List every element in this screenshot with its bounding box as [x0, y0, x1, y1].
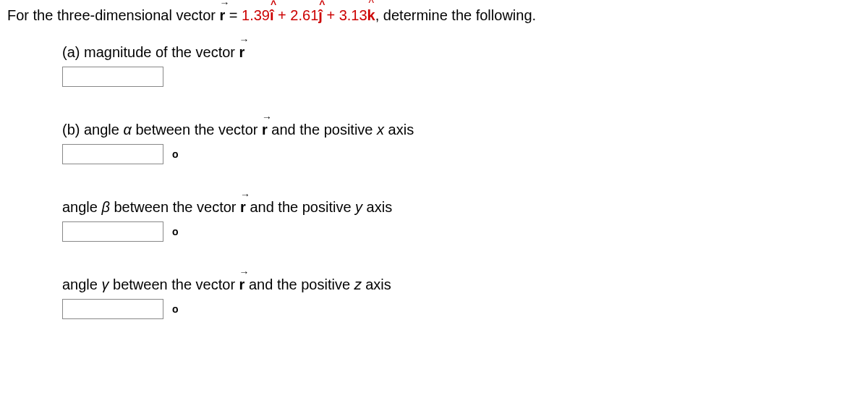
vector-r-symbol: r	[239, 276, 245, 293]
part-gamma-input[interactable]	[62, 299, 163, 319]
intro-suffix: determine the following.	[379, 7, 536, 23]
part-beta-label: angle β between the vector r and the pos…	[62, 199, 861, 216]
axis-z: z	[354, 276, 362, 292]
beta-symbol: β	[102, 199, 110, 215]
part-b-alpha-input[interactable]	[62, 144, 163, 164]
gamma-symbol: γ	[102, 276, 109, 292]
part-gamma-prefix: angle	[62, 276, 102, 292]
part-gamma-end: axis	[362, 276, 391, 292]
degree-unit: o	[172, 303, 179, 315]
part-a-input-row	[62, 67, 861, 87]
part-gamma-label: angle γ between the vector r and the pos…	[62, 276, 861, 293]
part-a-input[interactable]	[62, 67, 163, 87]
part-beta-input-row: o	[62, 221, 861, 242]
part-beta-input[interactable]	[62, 221, 163, 242]
vector-r-symbol: r	[262, 122, 268, 138]
part-beta: angle β between the vector r and the pos…	[62, 199, 861, 242]
part-b-alpha: (b) angle α between the vector r and the…	[62, 122, 861, 164]
part-gamma-mid: between the vector	[109, 276, 239, 292]
part-gamma-input-row: o	[62, 299, 861, 319]
part-a-prefix: (a) magnitude of the vector	[62, 44, 239, 60]
part-beta-prefix: angle	[62, 199, 102, 215]
part-beta-suffix: and the positive	[246, 199, 355, 215]
k-hat-symbol: k	[367, 7, 375, 24]
coefficient-j: 2.61	[290, 7, 318, 23]
part-b-input-row: o	[62, 144, 861, 164]
alpha-symbol: α	[124, 122, 132, 138]
part-gamma: angle γ between the vector r and the pos…	[62, 276, 861, 319]
equals: =	[225, 7, 242, 23]
vector-r-symbol: r	[239, 44, 245, 61]
part-b-suffix: and the positive	[268, 122, 377, 138]
question-intro: For the three-dimensional vector r = 1.3…	[7, 7, 861, 24]
i-hat-symbol: î	[270, 7, 274, 24]
degree-unit: o	[172, 226, 179, 237]
vector-r-symbol: r	[219, 7, 225, 24]
part-b-prefix: (b) angle	[62, 122, 124, 138]
part-beta-end: axis	[362, 199, 392, 215]
part-a: (a) magnitude of the vector r	[62, 44, 861, 87]
part-gamma-suffix: and the positive	[244, 276, 354, 292]
part-b-label: (b) angle α between the vector r and the…	[62, 122, 861, 138]
degree-unit: o	[172, 148, 179, 160]
vector-r-symbol: r	[240, 199, 246, 216]
part-b-end: axis	[384, 122, 414, 138]
coefficient-i: 1.39	[242, 7, 270, 23]
part-beta-mid: between the vector	[110, 199, 240, 215]
part-b-mid: between the vector	[132, 122, 262, 138]
axis-x: x	[377, 122, 384, 138]
j-hat-symbol: ĵ	[318, 7, 323, 24]
part-a-label: (a) magnitude of the vector r	[62, 44, 861, 61]
coefficient-k: 3.13	[339, 7, 367, 23]
intro-prefix: For the three-dimensional vector	[7, 7, 219, 23]
axis-y: y	[355, 199, 362, 215]
